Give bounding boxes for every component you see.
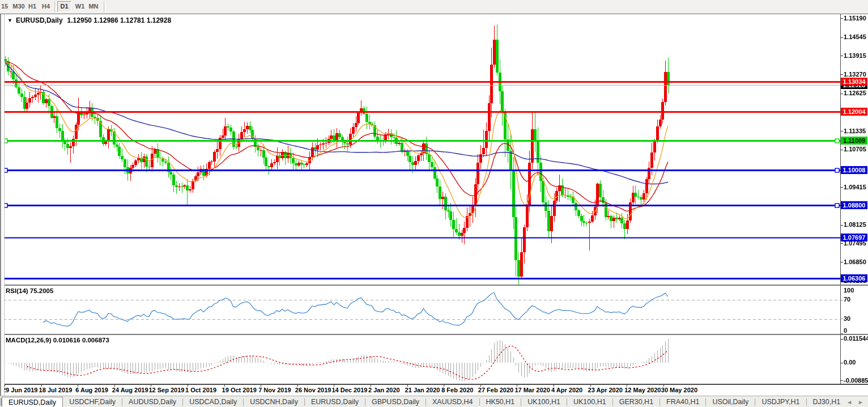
time-axis-label: 24 Aug 2019 (112, 387, 148, 393)
rsi-axis-tick (840, 319, 843, 319)
tab-dj30-h1[interactable]: DJ30,H1 (807, 397, 847, 407)
line-price-label: 1.07697 (841, 234, 867, 241)
timeframe-h1-button[interactable]: H1 (25, 1, 40, 12)
time-axis-label: 14 Dec 2019 (331, 387, 367, 393)
chart-tabs: EURUSD,DailyUSDCHF,DailyAUDUSD,DailyUSDC… (2, 396, 846, 407)
rsi-indicator-label: RSI(14) 75.2005 (6, 287, 53, 294)
price-axis-tick (840, 187, 843, 188)
tab-usdjpy-h1[interactable]: USDJPY,H1 (755, 397, 806, 407)
macd-axis-tick (840, 363, 843, 363)
price-axis-tick (840, 243, 843, 244)
tab-uk100-h1[interactable]: UK100,H1 (567, 397, 612, 407)
time-axis-label: 17 Mar 2020 (514, 387, 550, 393)
price-axis-label: 1.13915 (844, 52, 866, 59)
time-axis-label: 12 May 2020 (624, 387, 661, 393)
tab-audusd-daily[interactable]: AUDUSD,Daily (122, 397, 182, 407)
tab-eurusd-daily[interactable]: EURUSD,Daily (2, 397, 63, 407)
rsi-indicator-canvas[interactable] (0, 286, 841, 334)
rsi-axis-tick (840, 300, 843, 300)
time-axis[interactable]: 29 Jun 201918 Jul 20196 Aug 201924 Aug 2… (0, 385, 840, 396)
time-axis-label: 7 Nov 2019 (258, 387, 291, 393)
price-axis-label: 1.08125 (844, 221, 866, 228)
time-axis-label: 6 Aug 2019 (75, 387, 108, 393)
tab-fra40-h1[interactable]: FRA40,H1 (660, 397, 705, 407)
rsi-axis-label: 70 (844, 296, 850, 303)
panel-border-rsi-macd[interactable] (0, 334, 868, 335)
price-axis-tick (840, 74, 843, 75)
macd-axis-tick (840, 380, 843, 381)
tab-scroll-right-icon[interactable]: ► (858, 399, 863, 405)
price-axis-label: 1.06850 (844, 258, 866, 265)
time-axis-label: 27 Feb 2020 (478, 387, 513, 393)
price-axis-tick (840, 131, 843, 132)
line-price-label: 1.06306 (841, 274, 867, 282)
timeframe-d1-button[interactable]: D1 (57, 1, 71, 12)
tab-usdcnh-daily[interactable]: USDCNH,Daily (244, 397, 304, 407)
tab-scroll-left-icon[interactable]: ◄ (846, 399, 852, 405)
time-axis-label: 30 May 2020 (661, 387, 697, 393)
timeframe-toolbar: 15 M30 H1 H4 D1 W1 MN (0, 0, 868, 14)
price-axis-label: 1.10705 (844, 146, 866, 152)
time-axis-label: 2 Jan 2020 (368, 387, 400, 393)
window-left-frame (0, 14, 5, 396)
price-axis-tick (840, 225, 843, 226)
time-axis-label: 12 Sep 2019 (148, 387, 184, 393)
time-axis-label: 26 Nov 2019 (295, 387, 331, 393)
price-axis-label: 1.12625 (844, 90, 866, 96)
price-axis-tick (840, 18, 843, 19)
macd-axis-tick (840, 339, 843, 340)
price-axis-label: 1.11335 (844, 128, 866, 134)
time-axis-label: 4 Apr 2020 (551, 387, 582, 393)
time-axis-label: 21 Jan 2020 (405, 387, 440, 393)
tab-gbpusd-daily[interactable]: GBPUSD,Daily (365, 397, 426, 407)
tab-usdchf-daily[interactable]: USDCHF,Daily (63, 397, 122, 407)
chart-collapse-icon[interactable]: ▼ (7, 18, 12, 23)
macd-axis-label: 0.011544 (844, 335, 868, 342)
tab-usoil-daily[interactable]: USOil,Daily (706, 397, 755, 407)
line-price-label: 1.12004 (841, 108, 867, 116)
time-axis-label: 23 Apr 2020 (588, 387, 623, 393)
main-chart-canvas[interactable] (0, 14, 841, 285)
chart-symbol-label: EURUSD,Daily (16, 16, 63, 24)
price-axis-label: 1.15190 (844, 15, 866, 22)
chart-ohlc-values: 1.12950 1.12986 1.12781 1.12928 (67, 16, 172, 24)
macd-axis-label: -0.008858 (844, 377, 868, 384)
rsi-axis-tick (840, 285, 843, 286)
line-price-label: 1.13034 (841, 78, 867, 86)
macd-indicator-canvas[interactable] (0, 335, 841, 384)
macd-axis-label: 0.00 (844, 359, 856, 366)
price-axis-label: 1.09415 (844, 184, 866, 190)
time-axis-label: 19 Oct 2019 (222, 387, 257, 393)
rsi-axis-label: 30 (844, 315, 850, 322)
mt4-terminal-window: 15 M30 H1 H4 D1 W1 MN ▼EURUSD,Daily1.129… (0, 0, 868, 407)
time-axis-label: 8 Feb 2020 (441, 387, 473, 393)
price-axis-label: 1.14545 (844, 33, 866, 40)
time-axis-label: 1 Oct 2019 (185, 387, 216, 393)
tab-ger30-h1[interactable]: GER30,H1 (613, 397, 659, 407)
time-axis-label: 29 Jun 2019 (2, 387, 37, 393)
tab-xauusd-h4[interactable]: XAUUSD,H4 (426, 397, 479, 407)
toolbar-separator (104, 1, 106, 12)
macd-indicator-label: MACD(12,26,9) 0.010616 0.006873 (6, 337, 109, 344)
axis-separator (840, 14, 841, 384)
price-axis-tick (840, 56, 843, 56)
tab-uk100-h1[interactable]: UK100,H1 (521, 397, 567, 407)
time-axis-label: 18 Jul 2019 (39, 387, 73, 393)
price-axis-tick (840, 150, 843, 150)
chart-tabs-bar: EURUSD,DailyUSDCHF,DailyAUDUSD,DailyUSDC… (0, 396, 868, 407)
panel-border-macd-bottom (0, 384, 868, 385)
toolbar-separator (54, 1, 57, 12)
tab-usdcad-daily[interactable]: USDCAD,Daily (183, 397, 243, 407)
rsi-axis-label: 100 (844, 287, 854, 294)
line-price-label: 1.11009 (841, 137, 867, 145)
chart-title: ▼EURUSD,Daily1.12950 1.12986 1.12781 1.1… (7, 16, 171, 24)
timeframe-mn-button[interactable]: MN (86, 1, 101, 12)
tab-scroll-arrows: ◄ ► (846, 399, 863, 405)
line-price-label: 1.10008 (841, 166, 867, 174)
tab-hk50-h1[interactable]: HK50,H1 (480, 397, 521, 407)
price-axis-tick (840, 37, 843, 38)
panel-border-main-rsi[interactable] (0, 285, 868, 286)
rsi-axis-tick (840, 333, 843, 334)
timeframe-h4-button[interactable]: H4 (39, 1, 53, 12)
tab-eurusd-daily[interactable]: EURUSD,Daily (305, 397, 365, 407)
